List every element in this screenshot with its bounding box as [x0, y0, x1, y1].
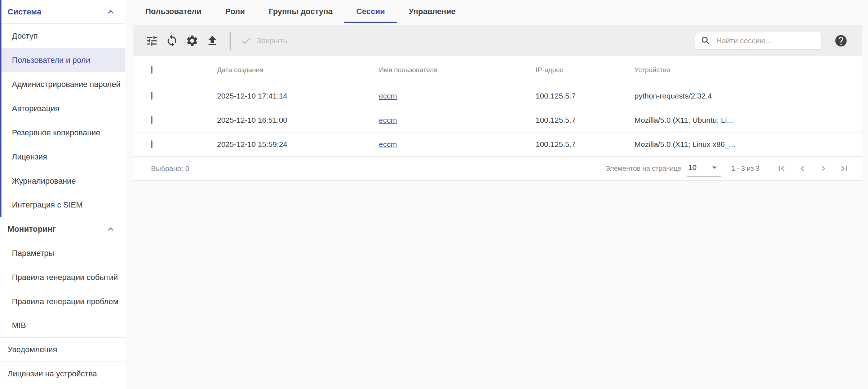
sidebar: Система Доступ Пользователи и роли Админ…: [0, 0, 125, 389]
sidebar-item-backup[interactable]: Резервное копирование: [0, 121, 125, 145]
cell-device: Mozilla/5.0 (X11; Linux x86_...: [634, 140, 862, 149]
sidebar-item-parameters[interactable]: Параметры: [0, 241, 125, 265]
cell-ip: 100.125.5.7: [536, 92, 634, 100]
sidebar-item-label: Авторизация: [12, 104, 59, 113]
chevron-up-icon[interactable]: [105, 224, 116, 235]
active-section-accent-bar: [0, 0, 1, 217]
chevron-up-icon[interactable]: [105, 6, 116, 17]
row-checkbox[interactable]: [151, 140, 152, 148]
cell-ip: 100.125.5.7: [536, 140, 634, 149]
per-page-label: Элементов на странице: [605, 165, 681, 172]
first-page-icon[interactable]: [776, 163, 787, 174]
main-content: Пользователи Роли Группы доступа Сессии …: [125, 0, 868, 389]
last-page-icon[interactable]: [839, 163, 850, 174]
selected-count: Выбрано: 0: [151, 165, 189, 173]
tab-management[interactable]: Управление: [397, 0, 468, 23]
select-all-checkbox[interactable]: [151, 66, 152, 74]
sidebar-item-label: Лицензия: [12, 152, 47, 162]
column-header-created: Дата создания: [217, 66, 379, 74]
sidebar-item-label: Резервное копирование: [12, 128, 100, 137]
sidebar-item-users-and-roles[interactable]: Пользователи и роли: [0, 48, 125, 72]
table-row: 2025-12-10 16:51:00 eccm 100.125.5.7 Moz…: [133, 108, 862, 132]
dropdown-arrow-icon: [709, 162, 720, 173]
sidebar-item-authorization[interactable]: Авторизация: [0, 96, 125, 121]
previous-page-icon[interactable]: [797, 163, 808, 174]
sidebar-item-label: MIB: [12, 321, 26, 330]
cell-created: 2025-12-10 17:41:14: [217, 92, 379, 100]
sidebar-item-license[interactable]: Лицензия: [0, 145, 125, 169]
sidebar-item-label: Правила генерации проблем: [12, 297, 119, 306]
sidebar-group-monitoring-label: Мониторинг: [8, 224, 56, 234]
sidebar-item-label: Правила генерации событий: [12, 273, 118, 282]
column-header-device: Устройство: [634, 66, 862, 74]
pagination-range: 1 - 3 из 3: [731, 165, 760, 172]
sidebar-group-system-label: Система: [8, 7, 41, 17]
sidebar-item-label: Лицензии на устройства: [8, 369, 97, 379]
per-page-value: 10: [688, 163, 696, 172]
search-input[interactable]: [716, 36, 816, 45]
sidebar-item-notifications[interactable]: Уведомления: [0, 338, 125, 362]
cell-created: 2025-12-10 15:59:24: [217, 140, 379, 149]
sidebar-item-device-licenses[interactable]: Лицензии на устройства: [0, 362, 125, 386]
pagination-controls: [776, 163, 850, 174]
toolbar-divider: [230, 32, 231, 50]
sidebar-item-logging[interactable]: Журналирование: [0, 169, 125, 193]
sessions-panel: Закрыть Дата создания Имя пользователя I…: [133, 25, 862, 181]
username-link[interactable]: eccm: [379, 92, 397, 100]
tab-roles[interactable]: Роли: [213, 0, 257, 23]
close-session-button[interactable]: Закрыть: [241, 35, 287, 46]
row-checkbox[interactable]: [151, 116, 152, 124]
sidebar-group-monitoring[interactable]: Мониторинг: [0, 217, 125, 241]
username-link[interactable]: eccm: [379, 140, 397, 148]
sidebar-item-mib[interactable]: MIB: [0, 314, 125, 338]
help-icon[interactable]: [834, 34, 848, 48]
table-header-row: Дата создания Имя пользователя IP-адрес …: [133, 56, 862, 84]
table-row: 2025-12-10 15:59:24 eccm 100.125.5.7 Moz…: [133, 132, 862, 157]
tab-users[interactable]: Пользователи: [133, 0, 213, 23]
session-search[interactable]: [695, 32, 822, 50]
next-page-icon[interactable]: [818, 163, 829, 174]
toolbar: Закрыть: [133, 25, 862, 56]
tab-access-groups[interactable]: Группы доступа: [257, 0, 345, 23]
cell-device: Mozilla/5.0 (X11; Ubuntu; Li...: [634, 116, 862, 124]
close-session-label: Закрыть: [257, 36, 287, 45]
per-page-select[interactable]: 10: [687, 161, 721, 177]
username-link[interactable]: eccm: [379, 116, 397, 124]
tab-sessions[interactable]: Сессии: [344, 0, 397, 23]
sidebar-item-label: Журналирование: [12, 176, 76, 186]
sidebar-item-label: Доступ: [12, 31, 38, 41]
cell-created: 2025-12-10 16:51:00: [217, 116, 379, 124]
search-icon: [700, 35, 711, 46]
settings-icon[interactable]: [186, 34, 199, 47]
column-header-username: Имя пользователя: [379, 66, 536, 74]
sidebar-item-label: Уведомления: [8, 345, 57, 354]
table-row: 2025-12-10 17:41:14 eccm 100.125.5.7 pyt…: [133, 84, 862, 108]
cell-ip: 100.125.5.7: [536, 116, 634, 124]
sidebar-item-problem-generation-rules[interactable]: Правила генерации проблем: [0, 289, 125, 314]
row-checkbox[interactable]: [151, 92, 152, 100]
tab-bar: Пользователи Роли Группы доступа Сессии …: [125, 0, 868, 23]
sidebar-item-label: Интеграция с SIEM: [12, 200, 83, 210]
sidebar-item-event-generation-rules[interactable]: Правила генерации событий: [0, 265, 125, 289]
sidebar-item-siem-integration[interactable]: Интеграция с SIEM: [0, 193, 125, 217]
upload-icon[interactable]: [206, 34, 219, 47]
cell-device: python-requests/2.32.4: [634, 92, 862, 100]
table-footer: Выбрано: 0 Элементов на странице 10 1 - …: [133, 157, 862, 181]
sessions-table: Дата создания Имя пользователя IP-адрес …: [133, 56, 862, 181]
tune-icon[interactable]: [145, 34, 158, 47]
sidebar-item-label: Пользователи и роли: [12, 56, 90, 65]
sidebar-item-password-administration[interactable]: Администрирование паролей: [0, 72, 125, 96]
sidebar-item-label: Параметры: [12, 249, 54, 258]
sidebar-item-label: Администрирование паролей: [12, 80, 120, 89]
check-icon: [241, 35, 252, 46]
sidebar-group-system[interactable]: Система: [0, 0, 125, 24]
column-header-ip: IP-адрес: [536, 66, 634, 74]
sync-icon[interactable]: [165, 34, 178, 47]
sidebar-item-access[interactable]: Доступ: [0, 24, 125, 48]
